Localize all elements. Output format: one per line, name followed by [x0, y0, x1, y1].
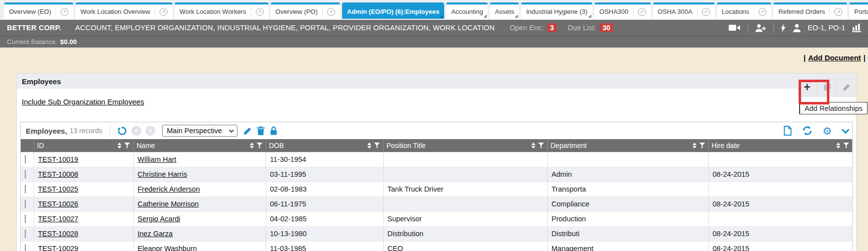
edit-perspective-pencil-icon[interactable]: [243, 127, 252, 135]
person-icon[interactable]: [793, 24, 801, 32]
filter-funnel-icon[interactable]: [124, 143, 130, 149]
open-in-new-window-icon[interactable]: ↗: [633, 8, 646, 16]
row-checkbox[interactable]: [25, 214, 26, 223]
section-header: Employees: [17, 74, 856, 89]
section-action-strip: +: [798, 77, 856, 97]
relationships-book-icon[interactable]: [817, 77, 837, 97]
collapse-chevron-icon[interactable]: [842, 128, 847, 134]
open-in-new-window-icon[interactable]: ↗: [322, 8, 335, 16]
hiredate-cell: [708, 182, 852, 197]
sort-icon[interactable]: [836, 143, 840, 149]
employee-id-link[interactable]: TEST-10029: [38, 245, 78, 251]
open-in-new-window-icon[interactable]: ↗: [829, 8, 842, 16]
add-relationships-button[interactable]: +: [798, 77, 817, 97]
delete-perspective-trash-icon[interactable]: [257, 126, 265, 135]
tab[interactable]: Referred Orders ↗: [773, 2, 847, 19]
filter-funnel-icon[interactable]: [257, 143, 263, 149]
filter-funnel-icon[interactable]: [843, 143, 849, 149]
open-in-new-window-icon[interactable]: ↗: [251, 8, 264, 16]
bar-chart-icon[interactable]: [852, 24, 861, 32]
gear-icon[interactable]: ⚙: [822, 126, 832, 136]
hiredate-cell: 08-24-2015: [708, 241, 852, 251]
select-all-header: [21, 139, 34, 152]
tab[interactable]: OSHA 300A ↗: [653, 2, 715, 19]
row-checkbox[interactable]: [25, 185, 26, 194]
tab[interactable]: Overview (EO) ↗: [4, 2, 73, 19]
filter-funnel-icon[interactable]: [699, 143, 705, 149]
row-select-cell: [21, 241, 34, 251]
tab[interactable]: OSHA300 ↗: [594, 2, 651, 19]
position-cell: [383, 167, 547, 182]
tab[interactable]: Locations ↗: [717, 2, 772, 19]
tab[interactable]: Work Location Workers ↗: [174, 2, 269, 19]
open-in-new-window-icon[interactable]: ↗: [56, 8, 68, 16]
new-document-icon[interactable]: [783, 126, 792, 136]
tab[interactable]: Admin (EO/PO) (6):Employees ↗: [342, 2, 444, 19]
sort-icon[interactable]: [250, 143, 254, 149]
tab[interactable]: Industrial Hygiene (3) ↗: [521, 2, 592, 19]
col-header-position: Position Title: [383, 139, 547, 152]
id-cell: TEST-10019: [34, 152, 133, 167]
employee-id-link[interactable]: TEST-10025: [38, 185, 78, 193]
open-in-new-window-icon[interactable]: ↗: [753, 8, 766, 16]
employee-name-link[interactable]: William Hart: [138, 155, 176, 163]
add-person-icon[interactable]: [755, 24, 766, 32]
employee-id-link[interactable]: TEST-10026: [38, 200, 78, 208]
employee-name-link[interactable]: Frederick Anderson: [138, 185, 200, 193]
open-in-new-window-icon[interactable]: ↗: [697, 8, 710, 16]
row-checkbox[interactable]: [25, 155, 26, 164]
open-enc-badge[interactable]: 3: [547, 23, 557, 32]
next-page-button[interactable]: [145, 126, 155, 136]
employee-name-link[interactable]: Sergio Acardi: [138, 215, 180, 223]
sort-icon[interactable]: [693, 143, 696, 149]
chevron-down-icon: [229, 128, 233, 133]
org-context-list: ACCOUNT, EMPLOYER ORGANIZATION, INDUSTRI…: [75, 24, 495, 32]
tab[interactable]: Portal Manage ↗: [849, 2, 868, 19]
sort-icon[interactable]: [117, 143, 121, 149]
tab-label: OSHA 300A: [658, 8, 693, 15]
department-cell: Production: [547, 211, 708, 226]
tab[interactable]: Overview (PO) ↗: [271, 2, 340, 19]
employee-id-link[interactable]: TEST-10019: [38, 155, 78, 163]
undo-icon[interactable]: [117, 126, 127, 136]
tab[interactable]: Accounting ↗: [446, 2, 488, 19]
tab-label: Work Location Overview: [80, 8, 150, 15]
row-checkbox[interactable]: [25, 229, 26, 238]
row-checkbox[interactable]: [25, 244, 26, 251]
filter-funnel-icon[interactable]: [374, 143, 380, 149]
edit-pencil-icon[interactable]: [836, 77, 856, 97]
due-list-label: Due List:: [568, 24, 596, 32]
due-list-badge[interactable]: 30: [600, 23, 614, 32]
company-name: BETTER CORP.: [7, 24, 61, 32]
filter-funnel-icon[interactable]: [538, 143, 544, 149]
employee-id-link[interactable]: TEST-10027: [38, 215, 78, 223]
tab[interactable]: Assets ↗: [490, 2, 519, 19]
row-checkbox[interactable]: [25, 170, 26, 179]
employee-id-link[interactable]: TEST-10008: [38, 170, 78, 178]
employee-name-link[interactable]: Inez Garza: [138, 230, 173, 238]
include-sub-org-link[interactable]: Include Sub Organization Employees: [22, 98, 144, 106]
employee-id-link[interactable]: TEST-10028: [38, 230, 78, 238]
add-document-link[interactable]: Add Document: [808, 53, 861, 62]
col-header-id: ID: [34, 139, 133, 152]
video-camera-icon[interactable]: [729, 24, 741, 32]
refresh-icon[interactable]: [802, 126, 812, 136]
employee-name-link[interactable]: Christine Harris: [138, 170, 187, 178]
tab[interactable]: Work Location Overview ↗: [75, 2, 173, 19]
open-in-new-window-icon[interactable]: ↗: [155, 8, 168, 16]
previous-page-button[interactable]: [131, 126, 141, 136]
user-context: EO-1, PO-1: [808, 24, 845, 32]
dob-cell: 10-13-1980: [266, 226, 383, 241]
table-row: TEST-10027 Sergio Acardi 04-02-1985 Supe…: [21, 211, 852, 226]
organization-bar: BETTER CORP. ACCOUNT, EMPLOYER ORGANIZAT…: [0, 20, 868, 36]
lock-perspective-icon[interactable]: [270, 126, 278, 135]
sort-icon[interactable]: [367, 143, 371, 149]
id-cell: TEST-10029: [34, 241, 133, 251]
employee-name-link[interactable]: Catherine Morrison: [138, 200, 199, 208]
lightning-icon[interactable]: [781, 24, 786, 32]
row-checkbox[interactable]: [25, 200, 26, 208]
department-cell: Management: [547, 241, 708, 251]
sort-icon[interactable]: [531, 143, 535, 149]
perspective-select[interactable]: Main Perspective: [162, 125, 237, 137]
employee-name-link[interactable]: Eleanor Washburn: [138, 245, 197, 251]
